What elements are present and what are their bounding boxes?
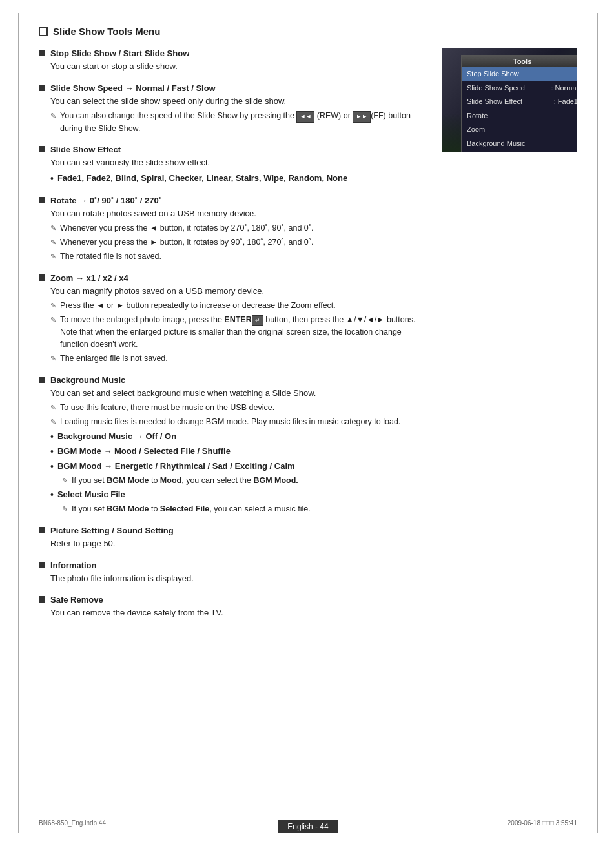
effect-bullet: • Fade1, Fade2, Blind, Spiral, Checker, …	[50, 172, 429, 185]
tools-item-picture[interactable]: Picture Setting	[462, 151, 577, 152]
note-icon: ✎	[50, 402, 56, 413]
screenshot-wrapper: Tools Stop Slide Show Slide Show Speed :…	[442, 48, 577, 152]
enter-button: ↵	[252, 315, 263, 327]
tools-menu: Tools Stop Slide Show Slide Show Speed :…	[461, 55, 577, 152]
border-left	[18, 13, 19, 833]
tools-item-zoom-label: Zoom	[467, 124, 485, 136]
page-title: Slide Show Tools Menu	[53, 26, 160, 37]
tools-item-rotate[interactable]: Rotate	[462, 109, 577, 123]
note-icon: ✎	[50, 237, 56, 248]
square-bullet	[39, 85, 45, 91]
stop-slideshow-label: Stop Slide Show / Start Slide Show	[50, 48, 189, 58]
tools-item-effect-value: : Fade1	[554, 96, 577, 108]
rotate-note-3-text: The rotated file is not saved.	[60, 251, 161, 263]
tools-item-rotate-label: Rotate	[467, 110, 488, 122]
border-right	[597, 13, 598, 833]
tools-item-speed-label: Slide Show Speed	[467, 83, 525, 94]
zoom-note-2: ✎ To move the enlarged photo image, pres…	[50, 314, 429, 351]
effect-label: Slide Show Effect	[50, 145, 121, 154]
note-icon: ✎	[50, 251, 56, 262]
note-icon: ✎	[50, 223, 56, 234]
bgm-sub-note-2-text: If you set BGM Mode to Selected File, yo…	[72, 503, 311, 515]
tools-item-speed[interactable]: Slide Show Speed : Normal	[462, 81, 577, 96]
tools-item-bgm[interactable]: Background Music	[462, 137, 577, 151]
square-bullet	[39, 197, 45, 203]
note-icon: ✎	[50, 417, 56, 428]
bullet-dot: •	[50, 445, 54, 459]
bgm-note-1: ✎ To use this feature, there must be mus…	[50, 402, 429, 414]
note-icon: ✎	[50, 300, 56, 311]
speed-note-text: You can also change the speed of the Sli…	[60, 110, 429, 134]
rotate-label: Rotate → 0˚/ 90˚ / 180˚ / 270˚	[50, 196, 161, 205]
note-icon: ✎	[50, 315, 56, 325]
bullet-dot: •	[50, 488, 54, 502]
menu-item-safe-remove: Safe Remove You can remove the device sa…	[39, 595, 429, 619]
tools-item-effect-label: Slide Show Effect	[467, 96, 522, 108]
square-bullet	[39, 562, 45, 568]
tools-item-effect[interactable]: Slide Show Effect : Fade1	[462, 95, 577, 109]
tools-overlay: Tools Stop Slide Show Slide Show Speed :…	[461, 55, 574, 152]
bgm-option-2: BGM Mode → Mood / Selected File / Shuffl…	[57, 445, 231, 458]
tools-item-stop[interactable]: Stop Slide Show	[462, 67, 577, 81]
section-checkbox	[39, 27, 48, 36]
zoom-note-2-text: To move the enlarged photo image, press …	[60, 314, 429, 351]
ff-button: ►►	[353, 111, 371, 123]
bgm-bullet-2: • BGM Mode → Mood / Selected File / Shuf…	[50, 445, 429, 459]
bgm-bullet-3: • BGM Mood → Energetic / Rhythmical / Sa…	[50, 460, 429, 473]
bgm-label: Background Music	[50, 375, 125, 385]
tools-item-stop-label: Stop Slide Show	[467, 68, 519, 80]
rotate-note-3: ✎ The rotated file is not saved.	[50, 251, 429, 263]
screenshot-panel: Tools Stop Slide Show Slide Show Speed :…	[442, 48, 577, 630]
information-label: Information	[50, 561, 97, 570]
menu-item-title-speed: Slide Show Speed → Normal / Fast / Slow	[39, 83, 429, 93]
bullet-dot: •	[50, 430, 54, 444]
speed-label: Slide Show Speed → Normal / Fast / Slow	[50, 83, 216, 93]
rotate-desc: You can rotate photos saved on a USB mem…	[50, 207, 429, 220]
square-bullet	[39, 274, 45, 281]
bgm-sub-note-1-text: If you set BGM Mode to Mood, you can sel…	[72, 475, 298, 487]
menu-item-speed: Slide Show Speed → Normal / Fast / Slow …	[39, 83, 429, 135]
square-bullet	[39, 527, 45, 533]
effect-desc: You can set variously the slide show eff…	[50, 156, 429, 169]
menu-item-title-picture-sound: Picture Setting / Sound Setting	[39, 526, 429, 535]
note-icon: ✎	[50, 110, 56, 121]
zoom-note-3-text: The enlarged file is not saved.	[60, 353, 168, 365]
menu-item-title-information: Information	[39, 561, 429, 570]
menu-item-effect: Slide Show Effect You can set variously …	[39, 145, 429, 185]
rotate-note-2: ✎ Whenever you press the ► button, it ro…	[50, 236, 429, 249]
bgm-bullet-1: • Background Music → Off / On	[50, 430, 429, 444]
stop-slideshow-desc: You can start or stop a slide show.	[50, 60, 429, 73]
bgm-note-2-text: Loading music files is needed to change …	[60, 416, 400, 428]
note-icon: ✎	[62, 475, 68, 486]
bgm-note-2: ✎ Loading music files is needed to chang…	[50, 416, 429, 428]
page-number: English - 44	[278, 820, 337, 833]
menu-item-rotate: Rotate → 0˚/ 90˚ / 180˚ / 270˚ You can r…	[39, 196, 429, 263]
zoom-desc: You can magnify photos saved on a USB me…	[50, 285, 429, 298]
page-footer: English - 44	[0, 820, 616, 833]
menu-item-bgm: Background Music You can set and select …	[39, 375, 429, 516]
bgm-option-3: BGM Mood → Energetic / Rhythmical / Sad …	[57, 460, 295, 473]
picture-sound-label: Picture Setting / Sound Setting	[50, 526, 174, 535]
bgm-sub-note-1: ✎ If you set BGM Mode to Mood, you can s…	[62, 475, 429, 487]
rotate-note-1: ✎ Whenever you press the ◄ button, it ro…	[50, 222, 429, 234]
menu-item-picture-sound: Picture Setting / Sound Setting Refer to…	[39, 526, 429, 550]
main-text: Stop Slide Show / Start Slide Show You c…	[39, 48, 429, 630]
bullet-dot: •	[50, 460, 54, 473]
rotate-note-2-text: Whenever you press the ► button, it rota…	[60, 236, 313, 249]
speed-note: ✎ You can also change the speed of the S…	[50, 110, 429, 134]
square-bullet	[39, 50, 45, 56]
information-desc: The photo file information is displayed.	[50, 572, 429, 585]
tools-item-zoom[interactable]: Zoom	[462, 123, 577, 137]
rew-button: ◄◄	[296, 111, 314, 123]
menu-item-title-effect: Slide Show Effect	[39, 145, 429, 154]
safe-remove-label: Safe Remove	[50, 595, 103, 604]
bgm-note-1-text: To use this feature, there must be music…	[60, 402, 274, 414]
menu-item-stop-slideshow: Stop Slide Show / Start Slide Show You c…	[39, 48, 429, 73]
square-bullet	[39, 146, 45, 152]
bgm-option-4: Select Music File	[57, 488, 125, 501]
content-area: Stop Slide Show / Start Slide Show You c…	[39, 48, 577, 630]
menu-item-title-rotate: Rotate → 0˚/ 90˚ / 180˚ / 270˚	[39, 196, 429, 205]
square-bullet	[39, 377, 45, 383]
menu-item-title-zoom: Zoom → x1 / x2 / x4	[39, 273, 429, 283]
note-icon: ✎	[50, 353, 56, 364]
